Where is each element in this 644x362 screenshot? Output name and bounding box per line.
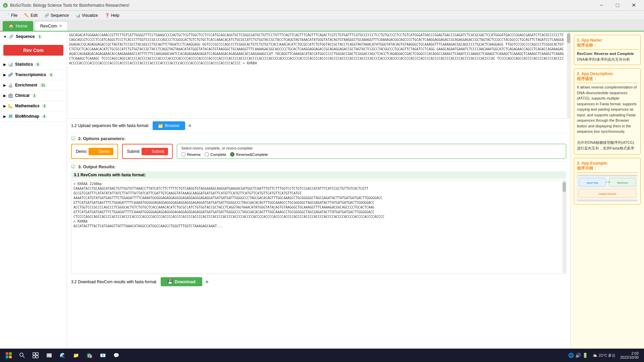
maximize-button[interactable]: □	[610, 0, 625, 11]
download-icon: 💾	[167, 279, 173, 284]
options-row: Demo 🟠 Demo Submit 🔴 Submit	[71, 144, 566, 159]
download-label: 3.2 Download RevCom results with fasta f…	[71, 280, 157, 284]
start-button[interactable]	[3, 349, 15, 361]
tab-close-icon[interactable]: ✕	[59, 24, 62, 28]
sidebar-mathematics-header[interactable]: ▶ 📐 Mathematics 2	[0, 101, 67, 111]
submit-box: Submit 🔴 Submit	[122, 144, 173, 159]
sidebar-statistics-header[interactable]: ▶ 📊 Statistics 6	[0, 59, 67, 69]
options-section: ☑ 2. Options parameters: Demo 🟠 Demo Sub…	[67, 133, 570, 162]
radio-complete-input[interactable]	[205, 152, 209, 157]
taskbar-explorer[interactable]: 📁	[70, 349, 82, 361]
radio-reverse[interactable]: Reverse	[181, 152, 201, 157]
sidebar-section-mathematics: ▶ 📐 Mathematics 2	[0, 101, 67, 111]
network-icon[interactable]: 🌐	[568, 353, 574, 358]
svg-text:B: B	[4, 4, 6, 7]
svg-rect-19	[33, 356, 35, 358]
right-panel: 1. App Name:程序名称： RevCom: Reverse and Co…	[570, 32, 644, 351]
svg-text:Input Seq: Input Seq	[586, 181, 598, 184]
radio-reverse-complete-input[interactable]	[230, 152, 234, 157]
weather-display: ⛅ 21°C 多云	[593, 353, 615, 358]
sequence-section-label: Sequence	[16, 34, 35, 39]
taskbar-edge[interactable]: 🌊	[56, 349, 68, 361]
sidebar-biomindmap-header[interactable]: ▶ 🗺️ BioMindmap 4	[0, 111, 67, 121]
radio-group: Select revers, complete, or revers-compl…	[177, 144, 566, 159]
weather-text: 21°C 多云	[599, 353, 615, 358]
volume-icon[interactable]: 🔊	[575, 353, 581, 358]
app-name-content: RevCom: Reverse and Complete DNA单序列/多序列反…	[577, 51, 638, 62]
sidebar-section-sequence-header[interactable]: ▼ 🔗 Sequence 1	[0, 32, 67, 42]
demo-label: Demo	[76, 149, 87, 154]
options-header: ☑ 2. Options parameters:	[71, 136, 566, 141]
app-example-title: 3. App Example:程序示例：	[577, 161, 638, 173]
submit-button[interactable]: 🔴 Submit	[142, 148, 168, 155]
app-name-title: 1. App Name:程序名称：	[577, 38, 638, 50]
tab-home[interactable]: 🏠 Home	[3, 21, 33, 31]
options-label: 2. Options parameters:	[78, 136, 126, 141]
menu-sequence[interactable]: 🔗 Sequence	[41, 12, 72, 19]
demo-button[interactable]: 🟠 Demo	[89, 148, 113, 155]
menu-help[interactable]: ❓ Help	[101, 12, 123, 19]
statistics-icon: 📊	[8, 62, 13, 67]
menu-bar: 📄 File ✏️ Edit 🔗 Sequence 📊 Visualize ❓ …	[0, 11, 644, 20]
content-area: GGCAGACATGGAAACCAAACCGTTCTTGTCATTGGGGTTT…	[67, 32, 570, 351]
download-section: 3.2 Download RevCom results with fasta f…	[71, 276, 566, 288]
sidebar-section-transcriptomics: ▶ 🧬 Transcriptomics 5	[0, 70, 67, 80]
taskbar-search[interactable]	[16, 349, 28, 361]
close-button[interactable]: ✕	[626, 0, 641, 11]
main-layout: ▼ 🔗 Sequence 1 Rev Com ▶ 📊 Statistics 6 …	[0, 32, 644, 351]
sequence-section-icon: 🔗	[9, 34, 14, 39]
menu-visualize[interactable]: 📊 Visualize	[72, 12, 101, 19]
time-display[interactable]: 2:03 2022/10/30	[620, 351, 639, 359]
taskbar-task-view[interactable]	[30, 349, 42, 361]
download-button[interactable]: 💾 Download	[161, 277, 202, 286]
browser-button[interactable]: 🗂️ Browser	[153, 121, 185, 130]
radio-complete[interactable]: Complete	[205, 152, 226, 157]
radio-reverse-complete[interactable]: Reverse&Complete	[230, 152, 268, 157]
sidebar-section-statistics: ▶ 📊 Statistics 6	[0, 59, 67, 70]
weather-icon: ⛅	[593, 353, 597, 358]
sidebar-clinical-header[interactable]: ▶ 🏥 Clinical 1	[0, 90, 67, 101]
sequence-input-display[interactable]: GGCAGACATGGAAACCAAACCGTTCTTGTCATTGGGGTTT…	[67, 32, 570, 119]
menu-edit[interactable]: ✏️ Edit	[21, 12, 41, 19]
biomindmap-label: BioMindmap	[15, 114, 39, 119]
output-header: ☑ 3. Output Results:	[71, 164, 566, 169]
rev-com-button[interactable]: Rev Com	[3, 45, 63, 56]
svg-line-16	[23, 356, 24, 358]
app-description-content: It allows reverse complementation of DNA…	[577, 84, 638, 152]
app-description-title: 2. App Description:程序描述：	[577, 71, 638, 83]
sidebar-enrichment-header[interactable]: ▶ 🔬 Enrichment 11	[0, 80, 67, 90]
options-checkbox-icon: ☑	[71, 136, 75, 141]
menu-file[interactable]: 📄 File	[1, 12, 21, 19]
sidebar-section-clinical: ▶ 🏥 Clinical 1	[0, 90, 67, 101]
output-label: 3. Output Results:	[78, 164, 116, 169]
home-icon: 🏠	[8, 23, 14, 28]
edit-icon: ✏️	[24, 13, 29, 18]
minimize-button[interactable]: −	[594, 0, 609, 11]
taskbar-widgets[interactable]: 📰	[43, 349, 55, 361]
collapse-icon: ▼	[3, 35, 7, 39]
sequence-output-display[interactable]: > RXRAA 2248bp CAAAATACCTGCAAGCATAACTGTT…	[71, 180, 566, 274]
battery-icon[interactable]: 🔋	[582, 353, 588, 358]
sidebar-transcriptomics-header[interactable]: ▶ 🧬 Transcriptomics 5	[0, 70, 67, 80]
title-bar: B BioSciTools: Biology Science Tools for…	[0, 0, 644, 11]
transcriptomics-icon: 🧬	[8, 72, 13, 77]
radio-reverse-input[interactable]	[181, 152, 185, 157]
output-section: ☑ 3. Output Results: 3.1 RevCom results …	[67, 162, 570, 351]
app-example-card: 3. App Example:程序示例： Input Seq RevCom Ou…	[574, 158, 641, 204]
file-icon: 📄	[5, 13, 10, 18]
sidebar: ▼ 🔗 Sequence 1 Rev Com ▶ 📊 Statistics 6 …	[0, 32, 67, 351]
collapse-bio-icon: ▶	[3, 115, 6, 118]
taskbar-store[interactable]: 🛍️	[83, 349, 95, 361]
clinical-icon: 🏥	[8, 93, 13, 98]
sequence-badge: 1	[37, 35, 43, 39]
demo-box: Demo 🟠 Demo	[71, 144, 118, 159]
clinical-label: Clinical	[15, 93, 30, 98]
transcriptomics-label: Transcriptomics	[15, 72, 46, 77]
time-text: 2:03	[620, 351, 639, 355]
taskbar-mail[interactable]: 📧	[97, 349, 109, 361]
app-icon: B	[3, 3, 8, 8]
enrichment-label: Enrichment	[15, 83, 37, 87]
statistics-label: Statistics	[15, 62, 33, 67]
taskbar-teams[interactable]: 💬	[110, 349, 122, 361]
tab-revcom[interactable]: RevCom ✕	[35, 21, 68, 31]
